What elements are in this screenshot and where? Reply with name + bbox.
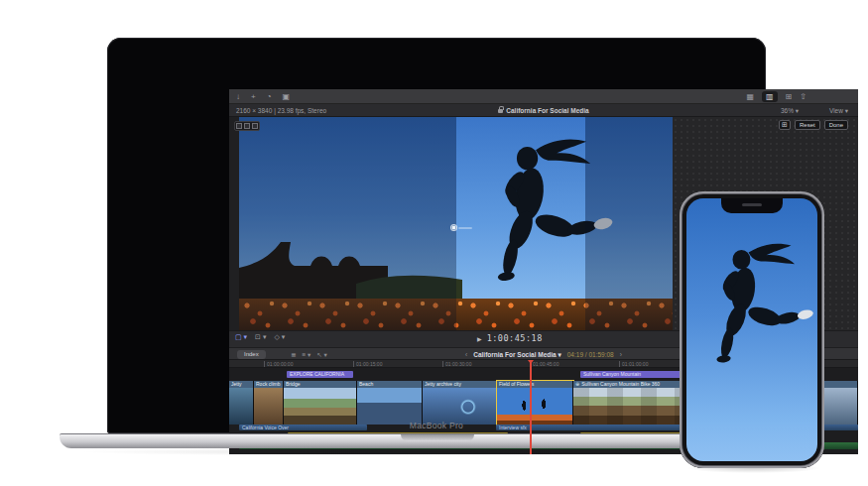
crop-handle-line bbox=[458, 227, 472, 229]
timeline-toggle-icon[interactable]: ⊞ bbox=[786, 92, 793, 101]
spherical-icon: ⊕ bbox=[575, 381, 579, 388]
toolbar-left-group: ↓ + ◔ ▣ bbox=[236, 89, 290, 104]
crop-dim-left bbox=[239, 117, 456, 330]
jumping-person-phone bbox=[686, 232, 817, 383]
viewer-info-bar: 2160 × 3840 | 23.98 fps, Stereo Californ… bbox=[229, 104, 858, 117]
macbook-screen-bezel: ↓ + ◔ ▣ ▦ ▥ ⊞ ⇧ 2160 × 3840 | 23.98 fps,… bbox=[107, 38, 766, 433]
video-clip[interactable]: Rock climb bbox=[254, 381, 284, 425]
timeline-project-title[interactable]: California For Social Media ▾ bbox=[473, 350, 561, 359]
video-clip[interactable]: Jetty archive city bbox=[423, 381, 497, 425]
lock-icon bbox=[498, 109, 503, 113]
viewer-zoom-dropdown[interactable]: 36% ▾ bbox=[781, 107, 799, 115]
video-clip-selected[interactable]: Field of Flowers bbox=[497, 381, 573, 425]
app-toolbar: ↓ + ◔ ▣ ▦ ▥ ⊞ ⇧ bbox=[229, 89, 858, 104]
ruler-tick: 01:00:45:00 bbox=[530, 361, 558, 367]
ruler-tick: 01:00:30:00 bbox=[442, 361, 471, 367]
macbook-lid-notch bbox=[401, 434, 474, 441]
crop-mode-icon[interactable]: ⊞ bbox=[779, 120, 791, 130]
viewer-tools-group: ▢ ▾ ⊡ ▾ ◇ ▾ bbox=[235, 333, 285, 341]
distort-popup-icon[interactable]: ◇ ▾ bbox=[274, 333, 285, 341]
title-clip[interactable]: EXPLORE CALIFORNIA bbox=[287, 371, 353, 378]
video-frame bbox=[239, 117, 673, 330]
video-clip[interactable]: Bridge bbox=[284, 381, 357, 425]
ruler-tick: 01:00:00:00 bbox=[264, 361, 293, 367]
video-clip[interactable]: Jetty bbox=[229, 381, 254, 425]
transform-popup-icon[interactable]: ▢ ▾ bbox=[235, 333, 247, 341]
share-icon[interactable]: ⇧ bbox=[800, 92, 806, 101]
crop-drag-handle[interactable] bbox=[450, 224, 474, 232]
toolbar-right-group: ▦ ▥ ⊞ ⇧ bbox=[746, 89, 806, 104]
iphone-speaker-icon bbox=[742, 203, 762, 206]
project-title: California For Social Media bbox=[229, 107, 858, 114]
ruler-tick: 01:01:00:00 bbox=[619, 361, 648, 367]
import-media-icon[interactable]: ↓ bbox=[236, 92, 240, 101]
timecode-display[interactable]: 1:00:45:18 bbox=[487, 333, 543, 343]
crop-handle-dot[interactable] bbox=[450, 224, 457, 231]
macbook-brand-label: MacBook Pro bbox=[107, 421, 766, 430]
iphone-screen bbox=[686, 198, 817, 461]
done-button[interactable]: Done bbox=[824, 120, 848, 130]
keyword-editor-icon[interactable]: + bbox=[251, 92, 256, 101]
project-duration: 04:19 / 01:59:08 bbox=[567, 350, 614, 359]
viewer-view-dropdown[interactable]: View ▾ bbox=[829, 107, 848, 115]
ruler-tick: 01:00:15:00 bbox=[353, 361, 382, 367]
inspector-toggle-icon[interactable]: ▥ bbox=[762, 91, 778, 102]
background-tasks-icon[interactable]: ◔ bbox=[267, 92, 272, 101]
hero-scene: ↓ + ◔ ▣ ▦ ▥ ⊞ ⇧ 2160 × 3840 | 23.98 fps,… bbox=[0, 0, 868, 486]
title-clip[interactable]: Sullivan Canyon Mountain bbox=[580, 371, 681, 378]
next-project-icon[interactable]: › bbox=[620, 350, 622, 359]
play-icon[interactable]: ▶ bbox=[477, 335, 482, 342]
crop-popup-icon[interactable]: ⊡ ▾ bbox=[255, 333, 266, 341]
playhead[interactable] bbox=[530, 360, 532, 454]
iphone-notch-icon bbox=[721, 198, 783, 213]
reset-button[interactable]: Reset bbox=[795, 120, 820, 130]
video-clip[interactable]: Beach bbox=[357, 381, 423, 425]
frame-navigation-icon[interactable] bbox=[234, 121, 260, 131]
crop-dim-right bbox=[585, 117, 673, 330]
media-browser-icon[interactable]: ▣ bbox=[283, 92, 291, 101]
iphone bbox=[680, 191, 824, 468]
crop-actions: ⊞ Reset Done bbox=[779, 120, 848, 130]
browser-toggle-icon[interactable]: ▦ bbox=[746, 92, 754, 101]
transport-group: ▶ 1:00:45:18 bbox=[477, 333, 543, 343]
prev-project-icon[interactable]: ‹ bbox=[465, 350, 467, 359]
video-clip-360[interactable]: ⊕Sullivan Canyon Mountain Bike 360 bbox=[573, 381, 690, 425]
